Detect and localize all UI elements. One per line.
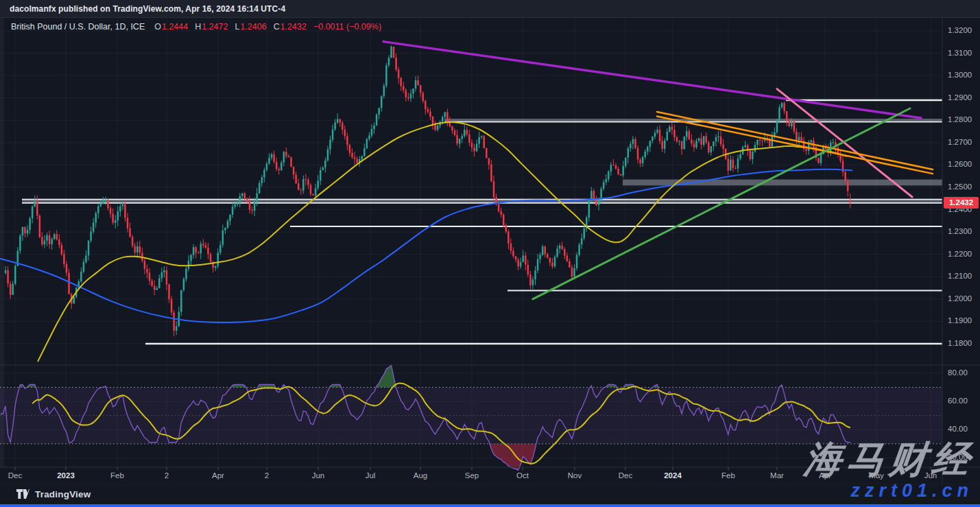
symbol-legend[interactable]: British Pound / U.S. Dollar, 1D, ICE O 1… [11,21,381,32]
watermark-chinese: 海马财经 [802,435,977,485]
time-tick-label: Dec [8,471,22,480]
time-tick-label: 2 [265,471,269,480]
close-label: C [274,22,280,32]
low-label: L [235,22,239,32]
time-tick-label: Oct [516,471,529,480]
price-tick-label: 1.1800 [948,339,972,347]
price-tick-label: 1.2800 [948,115,972,123]
last-price-label[interactable]: 1.2432 [944,197,979,209]
price-tick-label: 1.2900 [948,93,972,102]
moving-averages [0,122,852,362]
chart-canvas[interactable] [0,0,980,507]
time-tick-label: Feb [721,471,735,480]
price-tick-label: 1.2000 [948,294,972,303]
close-value: 1.2432 [280,22,307,32]
tradingview-published-chart: dacolmanfx published on TradingView.com,… [0,0,980,507]
watermark-url: zzrt01.cn [850,480,973,502]
tradingview-logo-icon[interactable] [16,489,29,499]
price-tick-label: 1.2500 [948,182,972,191]
chart-left-edge [0,18,4,467]
time-tick-label: Dec [619,471,632,480]
rsi-tick-label: 80.00 [948,368,968,377]
open-value: 1.2444 [162,22,188,32]
price-tick-label: 1.3100 [948,49,972,57]
time-tick-label: Mar [770,471,784,480]
rsi-overbought-fill [19,365,782,388]
rsi-tick-label: 40.00 [948,425,968,433]
attribution-footer: TradingView [0,484,980,504]
symbol-title: British Pound / U.S. Dollar, 1D, ICE [11,22,145,32]
price-tick-label: 1.3000 [948,71,972,79]
up-bodies [5,47,834,331]
time-tick-label: Jul [366,471,376,480]
high-value: 1.2472 [202,22,228,32]
time-tick-label: 2 [165,471,169,480]
high-label: H [195,22,201,32]
tradingview-logo-text[interactable]: TradingView [35,489,91,499]
change-value: −0.0011 (−0.09%) [313,22,381,32]
price-tick-label: 1.2700 [948,138,972,146]
price-tick-label: 1.2200 [948,250,972,258]
last-price-value: 1.2432 [949,198,973,207]
time-tick-label: Feb [110,471,124,480]
time-tick-label: Aug [414,471,427,480]
low-value: 1.2406 [240,22,266,32]
time-tick-label: 2023 [57,471,75,480]
price-tick-label: 1.3200 [948,26,972,34]
price-tick-label: 1.2600 [948,160,972,168]
time-tick-label: Sep [465,471,479,480]
open-label: O [154,22,161,32]
rsi-tick-label: 60.00 [948,397,968,405]
time-tick-label: Jun [312,471,325,480]
price-tick-label: 1.1900 [948,316,972,325]
price-tick-label: 1.2100 [948,272,972,280]
time-tick-label: 2024 [664,471,682,480]
price-tick-label: 1.2300 [948,227,972,235]
slow-ma-line [0,169,852,322]
bottom-accent-bar [0,504,980,507]
time-tick-label: Nov [568,471,582,480]
time-tick-label: Apr [212,471,224,480]
